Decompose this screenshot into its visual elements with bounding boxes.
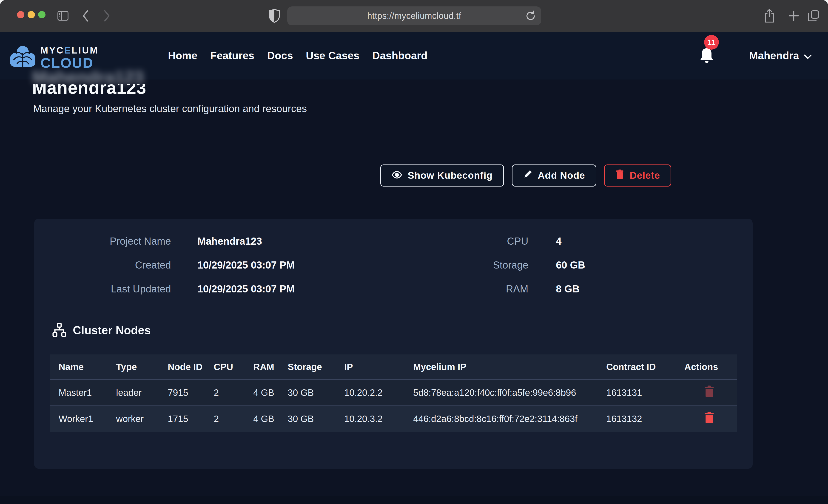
cell-mycelium-ip: 5d8:78ea:a120:f40c:ff0f:a5fe:99e6:8b96 bbox=[405, 379, 598, 406]
logo-wordmark: MYCELIUM CLOUD bbox=[40, 46, 98, 70]
storage-value: 60 GB bbox=[556, 259, 585, 271]
cell-name: Worker1 bbox=[50, 406, 108, 432]
cell-contract-id: 1613131 bbox=[598, 379, 676, 406]
cell-actions bbox=[676, 406, 737, 432]
notification-count-badge: 11 bbox=[704, 35, 719, 50]
cell-contract-id: 1613132 bbox=[598, 406, 676, 432]
sidebar-toggle-icon[interactable] bbox=[57, 0, 69, 32]
project-info: Project Name Mahendra123 Created 10/29/2… bbox=[45, 236, 295, 295]
traffic-light-close-button[interactable] bbox=[17, 11, 24, 18]
browser-window: https://myceliumcloud.tf bbox=[0, 0, 828, 504]
cell-type: worker bbox=[108, 406, 159, 432]
last-updated-value: 10/29/2025 03:07 PM bbox=[197, 283, 295, 295]
pencil-icon bbox=[523, 170, 532, 181]
cluster-nodes-heading: Cluster Nodes bbox=[52, 323, 151, 338]
nav-item-use-cases[interactable]: Use Cases bbox=[306, 49, 360, 62]
browser-chrome: https://myceliumcloud.tf bbox=[0, 0, 828, 32]
page-subtitle: Manage your Kubernetes cluster configura… bbox=[33, 103, 307, 114]
tab-overview-icon[interactable] bbox=[807, 0, 820, 32]
share-icon[interactable] bbox=[763, 0, 775, 32]
user-name: Mahendra bbox=[749, 49, 799, 62]
col-cpu: CPU bbox=[205, 354, 245, 379]
ram-value: 8 GB bbox=[556, 283, 585, 295]
cell-actions bbox=[676, 379, 737, 406]
cell-node-id: 1715 bbox=[159, 406, 205, 432]
page-title: Mahendra123 bbox=[32, 84, 147, 95]
cell-ip: 10.20.3.2 bbox=[336, 406, 405, 432]
col-ram: RAM bbox=[245, 354, 279, 379]
trash-icon bbox=[704, 385, 714, 397]
cell-mycelium-ip: 446:d2a6:8bcd:8c16:ff0f:72e2:3114:863f bbox=[405, 406, 598, 432]
col-storage: Storage bbox=[279, 354, 336, 379]
reload-icon[interactable] bbox=[526, 10, 536, 22]
col-contract-id: Contract ID bbox=[598, 354, 676, 379]
col-type: Type bbox=[108, 354, 159, 379]
cell-storage: 30 GB bbox=[279, 379, 336, 406]
col-node-id: Node ID bbox=[159, 354, 205, 379]
table-row-master1: Master1 leader 7915 2 4 GB 30 GB 10.20.2… bbox=[50, 379, 737, 406]
col-actions: Actions bbox=[676, 354, 737, 379]
nav-item-dashboard[interactable]: Dashboard bbox=[372, 49, 427, 62]
forward-button-icon[interactable] bbox=[103, 0, 111, 32]
delete-cluster-button[interactable]: Delete bbox=[604, 165, 671, 186]
cell-cpu: 2 bbox=[205, 406, 245, 432]
cluster-nodes-table: Name Type Node ID CPU RAM Storage IP Myc… bbox=[50, 354, 737, 432]
cluster-actions: Show Kubeconfig Add Node bbox=[380, 165, 671, 186]
ram-label: RAM bbox=[402, 283, 528, 295]
storage-label: Storage bbox=[402, 259, 528, 271]
nav-item-home[interactable]: Home bbox=[168, 49, 197, 62]
add-node-button[interactable]: Add Node bbox=[512, 165, 596, 186]
project-name-label: Project Name bbox=[45, 236, 171, 247]
table-header-row: Name Type Node ID CPU RAM Storage IP Myc… bbox=[50, 354, 737, 379]
nav-links: Home Features Docs Use Cases Dashboard bbox=[168, 32, 427, 80]
privacy-shield-icon[interactable] bbox=[268, 0, 280, 32]
trash-icon bbox=[615, 169, 624, 182]
network-nodes-icon bbox=[52, 323, 67, 338]
nav-item-features[interactable]: Features bbox=[210, 49, 254, 62]
project-name-value: Mahendra123 bbox=[197, 236, 295, 247]
trash-icon bbox=[704, 411, 714, 424]
address-bar[interactable]: https://myceliumcloud.tf bbox=[287, 6, 541, 25]
resource-info: CPU 4 Storage 60 GB RAM 8 GB bbox=[402, 236, 585, 295]
created-label: Created bbox=[45, 259, 171, 271]
col-mycelium-ip: Mycelium IP bbox=[405, 354, 598, 379]
table-row-worker1: Worker1 worker 1715 2 4 GB 30 GB 10.20.3… bbox=[50, 406, 737, 432]
show-kubeconfig-button[interactable]: Show Kubeconfig bbox=[380, 165, 504, 186]
new-tab-icon[interactable] bbox=[788, 0, 800, 32]
cell-node-id: 7915 bbox=[159, 379, 205, 406]
chevron-down-icon bbox=[804, 49, 812, 62]
cell-cpu: 2 bbox=[205, 379, 245, 406]
nav-right: 11 Mahendra bbox=[699, 32, 812, 80]
traffic-light-zoom-button[interactable] bbox=[38, 11, 45, 18]
cpu-label: CPU bbox=[402, 236, 528, 247]
cluster-details-panel: Project Name Mahendra123 Created 10/29/2… bbox=[34, 219, 753, 469]
traffic-light-minimize-button[interactable] bbox=[28, 11, 35, 18]
cell-name: Master1 bbox=[50, 379, 108, 406]
user-menu[interactable]: Mahendra bbox=[749, 49, 812, 62]
col-name: Name bbox=[50, 354, 108, 379]
col-ip: IP bbox=[336, 354, 405, 379]
address-bar-url[interactable]: https://myceliumcloud.tf bbox=[287, 6, 541, 25]
created-value: 10/29/2025 03:07 PM bbox=[197, 259, 295, 271]
eye-icon bbox=[391, 170, 402, 181]
notifications-button[interactable]: 11 bbox=[699, 46, 715, 65]
page-footer-strip bbox=[0, 496, 828, 504]
delete-node-button[interactable] bbox=[704, 411, 714, 424]
back-button-icon[interactable] bbox=[82, 0, 89, 32]
nav-item-docs[interactable]: Docs bbox=[267, 49, 293, 62]
cpu-value: 4 bbox=[556, 236, 585, 247]
cell-storage: 30 GB bbox=[279, 406, 336, 432]
cell-ip: 10.20.2.2 bbox=[336, 379, 405, 406]
cell-ram: 4 GB bbox=[245, 406, 279, 432]
delete-node-button[interactable] bbox=[704, 385, 714, 397]
bell-icon bbox=[699, 61, 715, 66]
cell-ram: 4 GB bbox=[245, 379, 279, 406]
last-updated-label: Last Updated bbox=[45, 283, 171, 295]
cell-type: leader bbox=[108, 379, 159, 406]
